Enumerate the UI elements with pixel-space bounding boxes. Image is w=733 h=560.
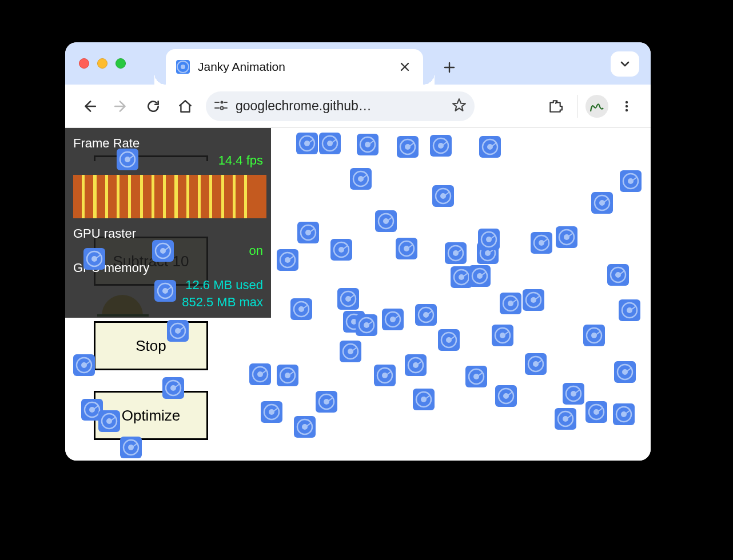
chrome-logo-icon	[249, 363, 271, 385]
fps-graph	[73, 175, 266, 218]
stop-button[interactable]: Stop	[94, 321, 208, 370]
chrome-logo-icon	[350, 168, 372, 190]
svg-point-1	[181, 65, 185, 69]
chrome-logo-icon	[492, 325, 513, 346]
svg-point-88	[500, 333, 505, 338]
svg-point-52	[485, 250, 491, 256]
fullscreen-window-button[interactable]	[115, 58, 126, 69]
svg-point-4	[221, 101, 224, 103]
svg-point-82	[477, 273, 483, 279]
chrome-logo-icon	[374, 365, 396, 386]
svg-rect-3	[214, 107, 220, 109]
chrome-logo-icon	[98, 410, 120, 432]
address-bar[interactable]: googlechrome.github…	[206, 91, 475, 121]
tab-strip: Janky Animation	[65, 42, 651, 85]
minimize-window-button[interactable]	[97, 58, 107, 69]
svg-point-134	[128, 445, 134, 450]
svg-point-124	[473, 374, 479, 379]
reload-button[interactable]	[140, 93, 167, 120]
forward-button[interactable]	[107, 93, 135, 120]
chrome-logo-icon	[154, 280, 176, 302]
svg-point-26	[304, 141, 310, 146]
chrome-logo-icon	[340, 341, 361, 362]
chrome-logo-icon	[619, 299, 640, 321]
chrome-logo-icon	[319, 133, 341, 154]
close-tab-button[interactable]	[397, 59, 413, 75]
svg-point-96	[622, 369, 628, 375]
svg-point-74	[364, 322, 369, 328]
gpu-mem-max: 852.5 MB max	[182, 295, 263, 310]
svg-point-118	[382, 373, 388, 378]
chrome-logo-icon	[523, 289, 544, 311]
chrome-logo-icon	[613, 403, 635, 425]
extensions-button[interactable]	[541, 93, 569, 120]
tab-search-button[interactable]	[611, 51, 639, 77]
chrome-logo-icon	[117, 149, 138, 170]
chrome-logo-icon	[413, 389, 435, 410]
svg-point-100	[593, 409, 599, 415]
chrome-logo-icon	[277, 249, 298, 271]
page-content: Subtract 10 Stop Optimize Frame Rate 14.…	[65, 128, 651, 461]
gpu-mem-used: 12.6 MB used	[185, 278, 263, 293]
svg-point-5	[221, 106, 224, 109]
browser-window: Janky Animation googlechrome.	[65, 42, 651, 461]
svg-point-28	[327, 141, 333, 146]
svg-point-126	[591, 333, 597, 338]
chrome-logo-icon	[438, 329, 460, 351]
svg-point-8	[626, 101, 628, 103]
close-window-button[interactable]	[79, 58, 89, 69]
svg-rect-2	[214, 102, 220, 103]
chrome-logo-icon	[469, 265, 491, 287]
new-tab-button[interactable]	[438, 56, 461, 79]
fps-value: 14.4 fps	[218, 153, 263, 168]
svg-point-9	[626, 105, 628, 107]
svg-point-106	[533, 361, 539, 367]
svg-point-68	[345, 296, 351, 302]
profile-avatar[interactable]	[585, 95, 608, 118]
browser-tab[interactable]: Janky Animation	[166, 49, 423, 85]
chrome-logo-icon	[465, 366, 487, 387]
svg-point-94	[627, 307, 632, 313]
svg-point-50	[453, 250, 459, 256]
site-info-icon[interactable]	[214, 99, 229, 113]
svg-point-70	[348, 349, 353, 354]
chrome-logo-icon	[415, 304, 437, 326]
chrome-logo-icon	[607, 264, 629, 286]
back-button[interactable]	[75, 93, 103, 120]
svg-point-42	[305, 230, 311, 235]
chrome-logo-icon	[583, 325, 605, 346]
svg-point-78	[423, 312, 429, 318]
svg-point-24	[106, 418, 112, 424]
chrome-logo-icon	[525, 353, 547, 375]
svg-point-58	[564, 234, 569, 240]
chrome-logo-icon	[316, 391, 337, 413]
tab-favicon	[176, 60, 190, 74]
svg-point-56	[539, 240, 544, 246]
chrome-logo-icon	[382, 309, 404, 330]
svg-point-110	[170, 385, 176, 391]
chrome-logo-icon	[478, 229, 500, 250]
svg-point-20	[81, 362, 87, 368]
home-button[interactable]	[172, 93, 199, 120]
button-label: Stop	[136, 337, 166, 355]
chrome-logo-icon	[430, 135, 452, 157]
svg-point-22	[89, 407, 95, 413]
chrome-logo-icon	[405, 354, 427, 376]
svg-point-16	[160, 248, 166, 254]
svg-rect-7	[224, 107, 228, 109]
chrome-logo-icon	[563, 383, 584, 405]
chrome-logo-icon	[531, 232, 552, 254]
svg-point-36	[358, 176, 364, 182]
chrome-logo-icon	[432, 185, 454, 207]
svg-point-54	[486, 237, 492, 242]
button-label: Optimize	[122, 407, 181, 425]
svg-point-14	[91, 256, 97, 262]
chrome-logo-icon	[556, 226, 577, 248]
bookmark-star-icon[interactable]	[452, 98, 467, 115]
chrome-logo-icon	[296, 133, 318, 154]
svg-point-104	[563, 416, 568, 422]
menu-button[interactable]	[613, 93, 640, 120]
svg-point-18	[162, 288, 168, 294]
chrome-logo-icon	[495, 385, 517, 407]
svg-point-108	[503, 393, 509, 399]
